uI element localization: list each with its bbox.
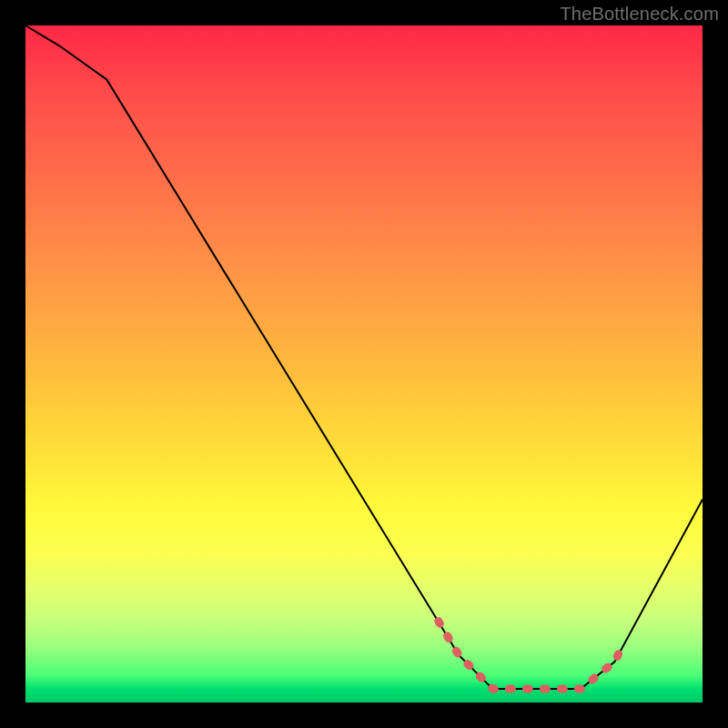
optimal-range-marker [439, 622, 622, 689]
chart-svg [25, 25, 703, 703]
watermark-text: TheBottleneck.com [560, 4, 719, 25]
bottleneck-curve [25, 25, 703, 689]
chart-plot-area [25, 25, 703, 703]
